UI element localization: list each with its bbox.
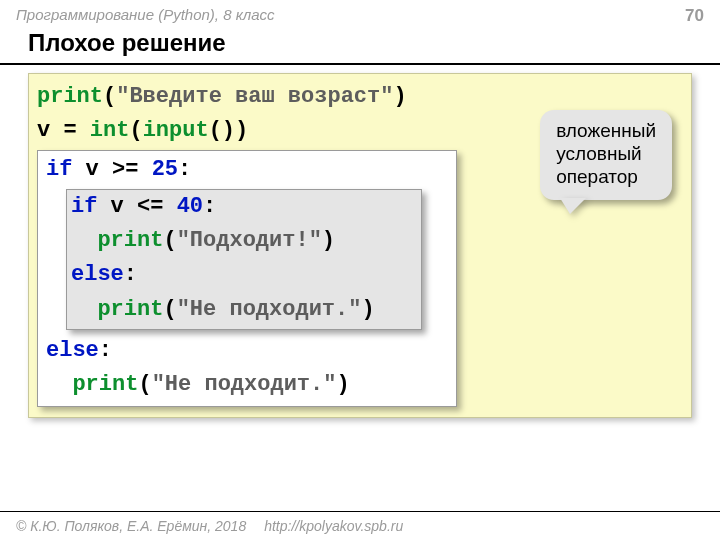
colon: :: [124, 262, 137, 287]
footer: © К.Ю. Поляков, Е.А. Ерёмин, 2018 http:/…: [0, 511, 720, 540]
if-keyword: if: [71, 194, 97, 219]
paren: (: [138, 372, 151, 397]
else-keyword: else: [71, 262, 124, 287]
if-keyword: if: [46, 157, 72, 182]
cond-text: v >=: [72, 157, 151, 182]
print-fn: print: [97, 297, 163, 322]
input-fn: input: [143, 118, 209, 143]
string-literal: "Введите ваш возраст": [116, 84, 393, 109]
string-literal: "Не подходит.": [177, 297, 362, 322]
code-print-no-2: print("Не подходит."): [46, 368, 448, 402]
code-print-ok: print("Подходит!"): [71, 224, 413, 258]
number-literal: 25: [152, 157, 178, 182]
paren: ): [361, 297, 374, 322]
cond-text: v <=: [97, 194, 176, 219]
paren: ): [322, 228, 335, 253]
number-literal: 40: [177, 194, 203, 219]
paren: (: [163, 228, 176, 253]
slide-title: Плохое решение: [0, 25, 720, 63]
assign: v =: [37, 118, 90, 143]
course-label: Программирование (Python), 8 класс: [0, 0, 720, 25]
paren: ): [336, 372, 349, 397]
footer-url: http://kpolyakov.spb.ru: [264, 518, 403, 534]
code-print-no-1: print("Не подходит."): [71, 293, 413, 327]
int-fn: int: [90, 118, 130, 143]
paren: (: [103, 84, 116, 109]
string-literal: "Не подходит.": [152, 372, 337, 397]
colon: :: [178, 157, 191, 182]
page-number: 70: [685, 6, 704, 26]
callout-nested-operator: вложенный условный оператор: [540, 110, 672, 200]
print-fn: print: [72, 372, 138, 397]
callout-line: вложенный: [556, 120, 656, 143]
colon: :: [99, 338, 112, 363]
code-if-outer: if v >= 25:: [46, 153, 448, 187]
paren: ()): [209, 118, 249, 143]
callout-line: условный: [556, 143, 656, 166]
else-keyword: else: [46, 338, 99, 363]
code-line-1: print("Введите ваш возраст"): [37, 80, 683, 114]
paren: (: [163, 297, 176, 322]
paren: (: [129, 118, 142, 143]
print-fn: print: [37, 84, 103, 109]
outer-if-box: if v >= 25: if v <= 40: print("Подходит!…: [37, 150, 457, 407]
callout-line: оператор: [556, 166, 656, 189]
inner-if-box: if v <= 40: print("Подходит!") else: pri…: [66, 189, 422, 329]
paren: ): [393, 84, 406, 109]
code-else-outer: else:: [46, 334, 448, 368]
colon: :: [203, 194, 216, 219]
print-fn: print: [97, 228, 163, 253]
code-else-inner: else:: [71, 258, 413, 292]
string-literal: "Подходит!": [177, 228, 322, 253]
title-rule: [0, 63, 720, 65]
code-if-inner: if v <= 40:: [71, 190, 413, 224]
copyright: © К.Ю. Поляков, Е.А. Ерёмин, 2018: [16, 518, 246, 534]
